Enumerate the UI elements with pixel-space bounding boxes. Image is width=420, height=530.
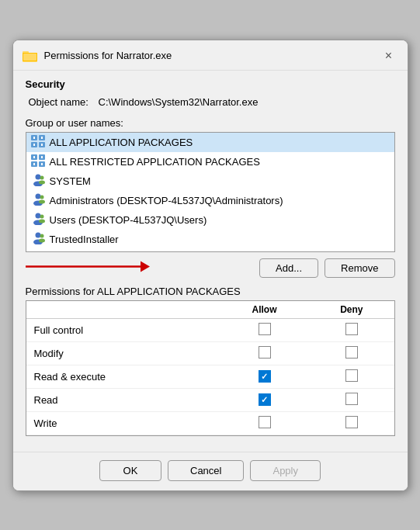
permission-name: Write [26, 411, 220, 435]
group-item-label: ALL RESTRICTED APPLICATION PACKAGES [50, 156, 260, 168]
svg-rect-11 [41, 144, 43, 146]
package-icon [31, 154, 45, 169]
group-list-label: Group or user names: [26, 117, 395, 129]
deny-cell [309, 341, 394, 365]
group-item-label: Users (DESKTOP-4L537JQ\Users) [50, 214, 207, 226]
allow-header: Allow [220, 301, 309, 319]
folder-icon [23, 50, 38, 62]
allow-cell [220, 365, 309, 388]
user-icon [31, 232, 45, 247]
permission-name: Read & execute [26, 365, 220, 388]
package-icon [31, 135, 45, 150]
group-item[interactable]: ALL RESTRICTED APPLICATION PACKAGES [26, 152, 394, 171]
permission-row: Read & execute [26, 365, 394, 388]
security-label: Security [26, 78, 395, 90]
svg-rect-8 [33, 137, 35, 139]
permissions-table: Allow Deny Full controlModifyRead & exec… [26, 301, 394, 435]
svg-point-35 [39, 238, 45, 242]
svg-point-34 [40, 234, 43, 237]
add-button[interactable]: Add... [259, 258, 318, 278]
group-item[interactable]: SYSTEM [26, 171, 394, 191]
user-icon [31, 193, 45, 208]
deny-checkbox[interactable] [345, 369, 358, 382]
allow-cell [220, 411, 309, 435]
titlebar-left: Permissions for Narrator.exe [23, 50, 172, 62]
permissions-dialog: Permissions for Narrator.exe × Security … [12, 40, 408, 491]
group-item-label: SYSTEM [50, 175, 91, 187]
svg-rect-3 [23, 54, 36, 61]
cancel-button[interactable]: Cancel [168, 460, 244, 481]
svg-point-31 [39, 219, 45, 223]
svg-rect-17 [41, 156, 43, 158]
svg-rect-19 [41, 163, 43, 165]
allow-checkbox[interactable] [259, 416, 271, 428]
permission-row: Full control [26, 318, 394, 341]
permission-name: Modify [26, 341, 220, 365]
user-icon [31, 213, 45, 227]
group-user-list: ALL APPLICATION PACKAGES ALL RESTRICTED … [26, 132, 395, 252]
object-name-value: C:\Windows\System32\Narrator.exe [99, 96, 259, 108]
permission-row: Modify [26, 341, 394, 365]
group-item[interactable]: Users (DESKTOP-4L537JQ\Users) [26, 210, 394, 230]
ok-button[interactable]: OK [99, 460, 161, 481]
svg-marker-37 [141, 262, 150, 272]
svg-point-32 [35, 232, 40, 237]
group-item[interactable]: TrustedInstaller [26, 230, 394, 249]
svg-point-27 [39, 199, 45, 203]
red-arrow-icon [26, 256, 150, 278]
user-icon [31, 174, 45, 189]
group-item-label: TrustedInstaller [50, 234, 119, 245]
svg-rect-18 [33, 163, 35, 165]
permission-name: Read [26, 388, 220, 411]
permission-row: Read [26, 388, 394, 411]
perm-name-header [26, 301, 220, 319]
svg-point-28 [35, 213, 40, 218]
deny-checkbox[interactable] [345, 393, 358, 405]
group-item[interactable]: ALL APPLICATION PACKAGES [26, 133, 394, 152]
group-item-label: Administrators (DESKTOP-4L537JQ\Administ… [50, 195, 283, 206]
deny-checkbox[interactable] [345, 323, 358, 335]
deny-checkbox[interactable] [345, 416, 358, 428]
deny-header: Deny [309, 301, 394, 319]
svg-point-30 [40, 214, 43, 218]
svg-point-24 [35, 193, 40, 199]
deny-cell [309, 365, 394, 388]
permissions-section: Permissions for ALL APPLICATION PACKAGES… [26, 286, 395, 436]
apply-button[interactable]: Apply [250, 460, 321, 481]
permissions-table-wrapper: Allow Deny Full controlModifyRead & exec… [26, 300, 395, 436]
svg-rect-16 [33, 156, 35, 158]
permissions-header: Permissions for ALL APPLICATION PACKAGES [26, 286, 395, 297]
deny-checkbox[interactable] [345, 346, 358, 359]
deny-cell [309, 411, 394, 435]
arrow-decoration [26, 256, 150, 280]
permission-row: Write [26, 411, 394, 435]
group-item[interactable]: Administrators (DESKTOP-4L537JQ\Administ… [26, 191, 394, 210]
svg-rect-9 [41, 137, 43, 139]
svg-point-26 [40, 195, 43, 199]
allow-checkbox[interactable] [259, 323, 271, 335]
permission-name: Full control [26, 318, 220, 341]
close-button[interactable]: × [380, 47, 398, 65]
allow-checkbox[interactable] [259, 346, 271, 359]
allow-checkbox[interactable] [259, 393, 271, 406]
allow-cell [220, 388, 309, 411]
dialog-content: Security Object name: C:\Windows\System3… [13, 71, 408, 452]
allow-cell [220, 341, 309, 365]
bottom-buttons-row: OK Cancel Apply [13, 452, 408, 490]
svg-point-22 [40, 175, 43, 179]
deny-cell [309, 318, 394, 341]
allow-checkbox[interactable] [259, 370, 271, 383]
svg-point-23 [39, 180, 45, 184]
object-name-label: Object name: [29, 96, 99, 108]
svg-rect-10 [33, 144, 35, 146]
group-item-label: ALL APPLICATION PACKAGES [50, 137, 193, 148]
svg-point-20 [35, 174, 40, 179]
allow-cell [220, 318, 309, 341]
remove-button[interactable]: Remove [325, 258, 394, 278]
deny-cell [309, 388, 394, 411]
titlebar: Permissions for Narrator.exe × [13, 40, 408, 71]
object-name-row: Object name: C:\Windows\System32\Narrato… [26, 96, 395, 108]
dialog-title: Permissions for Narrator.exe [44, 50, 172, 61]
add-remove-row: Add... Remove [26, 258, 395, 278]
